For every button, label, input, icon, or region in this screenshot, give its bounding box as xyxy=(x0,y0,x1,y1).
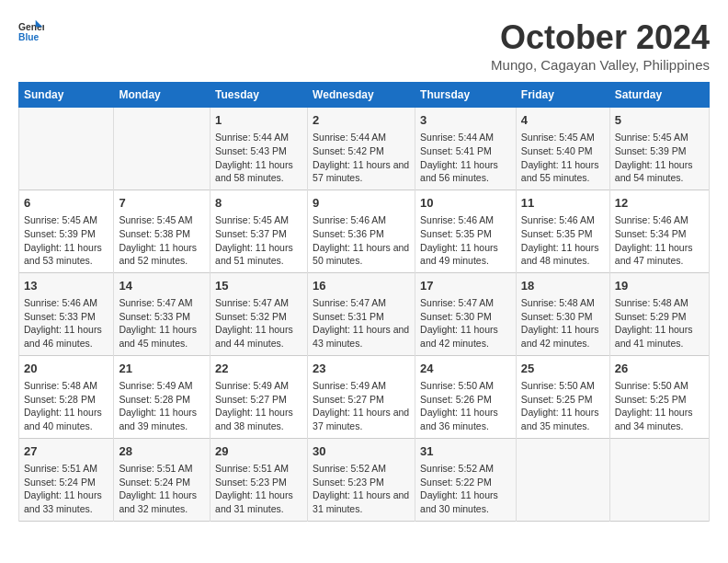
calendar-cell: 28Sunrise: 5:51 AMSunset: 5:24 PMDayligh… xyxy=(114,438,210,521)
calendar-cell: 20Sunrise: 5:48 AMSunset: 5:28 PMDayligh… xyxy=(19,355,114,438)
cell-info: Daylight: 11 hours and 44 minutes. xyxy=(215,323,302,350)
cell-info: Sunrise: 5:46 AM xyxy=(313,213,410,227)
cell-info: Daylight: 11 hours and 43 minutes. xyxy=(313,323,410,350)
calendar-cell: 29Sunrise: 5:51 AMSunset: 5:23 PMDayligh… xyxy=(210,438,308,521)
cell-info: Sunset: 5:24 PM xyxy=(24,476,108,489)
cell-info: Daylight: 11 hours and 40 minutes. xyxy=(24,406,108,432)
cell-info: Sunset: 5:35 PM xyxy=(420,227,511,241)
day-number: 22 xyxy=(215,361,302,377)
calendar-cell: 2Sunrise: 5:44 AMSunset: 5:42 PMDaylight… xyxy=(308,108,415,190)
day-number: 28 xyxy=(119,443,205,460)
cell-info: Sunset: 5:33 PM xyxy=(24,310,108,324)
day-number: 13 xyxy=(24,278,108,294)
calendar-cell: 27Sunrise: 5:51 AMSunset: 5:24 PMDayligh… xyxy=(19,438,114,521)
calendar-cell: 13Sunrise: 5:46 AMSunset: 5:33 PMDayligh… xyxy=(19,272,114,355)
cell-info: Sunrise: 5:52 AM xyxy=(313,462,410,476)
cell-info: Sunset: 5:41 PM xyxy=(420,144,511,158)
day-number: 26 xyxy=(615,361,704,377)
cell-info: Sunset: 5:37 PM xyxy=(215,227,302,241)
week-row-3: 13Sunrise: 5:46 AMSunset: 5:33 PMDayligh… xyxy=(19,272,710,355)
day-number: 25 xyxy=(521,361,605,377)
calendar-cell: 11Sunrise: 5:46 AMSunset: 5:35 PMDayligh… xyxy=(516,190,609,272)
week-row-4: 20Sunrise: 5:48 AMSunset: 5:28 PMDayligh… xyxy=(19,355,710,438)
week-row-1: 1Sunrise: 5:44 AMSunset: 5:43 PMDaylight… xyxy=(19,108,710,190)
cell-info: Daylight: 11 hours and 41 minutes. xyxy=(615,323,704,350)
day-number: 5 xyxy=(615,112,704,129)
weekday-header-monday: Monday xyxy=(114,83,210,108)
cell-info: Daylight: 11 hours and 51 minutes. xyxy=(215,241,302,268)
cell-info: Sunrise: 5:46 AM xyxy=(24,296,108,310)
cell-info: Sunset: 5:38 PM xyxy=(119,227,205,241)
cell-info: Sunset: 5:28 PM xyxy=(119,393,205,407)
cell-info: Daylight: 11 hours and 56 minutes. xyxy=(420,158,511,185)
day-number: 3 xyxy=(420,112,511,129)
day-number: 14 xyxy=(119,278,205,294)
day-number: 11 xyxy=(521,195,605,212)
day-number: 10 xyxy=(420,195,511,212)
cell-info: Daylight: 11 hours and 31 minutes. xyxy=(313,488,410,515)
cell-info: Sunrise: 5:49 AM xyxy=(313,379,410,393)
logo: General Blue xyxy=(18,18,44,44)
cell-info: Sunset: 5:25 PM xyxy=(615,393,704,407)
day-number: 6 xyxy=(24,195,108,212)
cell-info: Sunset: 5:27 PM xyxy=(215,393,302,407)
cell-info: Sunset: 5:40 PM xyxy=(521,144,605,158)
cell-info: Sunrise: 5:44 AM xyxy=(215,131,302,144)
weekday-header-wednesday: Wednesday xyxy=(308,83,415,108)
calendar-cell: 7Sunrise: 5:45 AMSunset: 5:38 PMDaylight… xyxy=(114,190,210,272)
svg-text:General: General xyxy=(18,22,44,32)
day-number: 24 xyxy=(420,361,511,377)
cell-info: Daylight: 11 hours and 54 minutes. xyxy=(615,158,704,185)
cell-info: Daylight: 11 hours and 47 minutes. xyxy=(615,241,704,268)
cell-info: Daylight: 11 hours and 48 minutes. xyxy=(521,241,605,268)
calendar-cell: 24Sunrise: 5:50 AMSunset: 5:26 PMDayligh… xyxy=(415,355,517,438)
cell-info: Sunset: 5:22 PM xyxy=(420,476,511,489)
day-number: 17 xyxy=(420,278,511,294)
day-number: 8 xyxy=(215,195,302,212)
cell-info: Sunrise: 5:48 AM xyxy=(615,296,704,310)
calendar-cell xyxy=(609,438,709,521)
day-number: 1 xyxy=(215,112,302,129)
day-number: 19 xyxy=(615,278,704,294)
cell-info: Sunrise: 5:47 AM xyxy=(215,296,302,310)
cell-info: Sunrise: 5:50 AM xyxy=(615,379,704,393)
cell-info: Daylight: 11 hours and 38 minutes. xyxy=(215,406,302,432)
cell-info: Daylight: 11 hours and 32 minutes. xyxy=(119,488,205,515)
day-number: 29 xyxy=(215,443,302,460)
cell-info: Sunrise: 5:47 AM xyxy=(119,296,205,310)
calendar-cell xyxy=(516,438,609,521)
cell-info: Sunrise: 5:46 AM xyxy=(420,213,511,227)
cell-info: Daylight: 11 hours and 49 minutes. xyxy=(420,241,511,268)
cell-info: Sunrise: 5:45 AM xyxy=(215,213,302,227)
calendar-cell: 31Sunrise: 5:52 AMSunset: 5:22 PMDayligh… xyxy=(415,438,517,521)
cell-info: Sunset: 5:34 PM xyxy=(615,227,704,241)
cell-info: Sunrise: 5:51 AM xyxy=(119,462,205,476)
calendar-cell: 4Sunrise: 5:45 AMSunset: 5:40 PMDaylight… xyxy=(516,108,609,190)
cell-info: Sunset: 5:23 PM xyxy=(313,476,410,489)
cell-info: Sunset: 5:24 PM xyxy=(119,476,205,489)
day-number: 12 xyxy=(615,195,704,212)
cell-info: Sunrise: 5:50 AM xyxy=(420,379,511,393)
cell-info: Daylight: 11 hours and 53 minutes. xyxy=(24,241,108,268)
cell-info: Sunset: 5:30 PM xyxy=(420,310,511,324)
calendar-cell: 12Sunrise: 5:46 AMSunset: 5:34 PMDayligh… xyxy=(609,190,709,272)
calendar-cell xyxy=(19,108,114,190)
weekday-header-saturday: Saturday xyxy=(609,83,709,108)
cell-info: Sunrise: 5:49 AM xyxy=(119,379,205,393)
cell-info: Daylight: 11 hours and 30 minutes. xyxy=(420,488,511,515)
cell-info: Sunrise: 5:48 AM xyxy=(24,379,108,393)
weekday-header-thursday: Thursday xyxy=(415,83,517,108)
month-title: October 2024 xyxy=(491,18,710,57)
cell-info: Sunrise: 5:44 AM xyxy=(313,131,410,144)
cell-info: Sunset: 5:28 PM xyxy=(24,393,108,407)
calendar-cell: 14Sunrise: 5:47 AMSunset: 5:33 PMDayligh… xyxy=(114,272,210,355)
cell-info: Sunset: 5:39 PM xyxy=(615,144,704,158)
calendar-cell: 19Sunrise: 5:48 AMSunset: 5:29 PMDayligh… xyxy=(609,272,709,355)
calendar-cell xyxy=(114,108,210,190)
cell-info: Sunset: 5:31 PM xyxy=(313,310,410,324)
cell-info: Sunset: 5:32 PM xyxy=(215,310,302,324)
calendar-cell: 1Sunrise: 5:44 AMSunset: 5:43 PMDaylight… xyxy=(210,108,308,190)
weekday-header-tuesday: Tuesday xyxy=(210,83,308,108)
cell-info: Daylight: 11 hours and 55 minutes. xyxy=(521,158,605,185)
calendar-cell: 30Sunrise: 5:52 AMSunset: 5:23 PMDayligh… xyxy=(308,438,415,521)
